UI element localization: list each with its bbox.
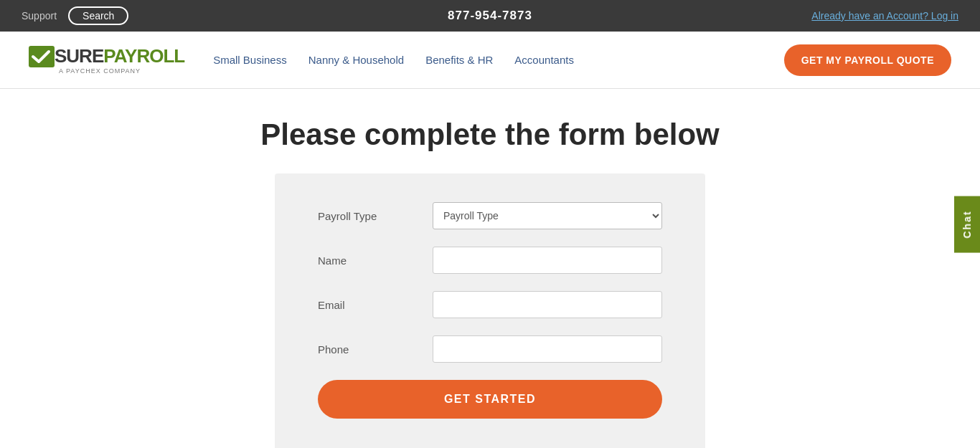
logo-sure-text: SURE	[55, 45, 103, 67]
phone-row: Phone	[318, 335, 662, 363]
nav-nanny-household[interactable]: Nanny & Household	[308, 54, 404, 66]
form-card: Payroll Type Payroll Type Small Business…	[275, 173, 705, 448]
name-input[interactable]	[433, 247, 662, 274]
phone-label: Phone	[318, 343, 433, 356]
nav-small-business[interactable]: Small Business	[213, 54, 287, 66]
main-content: Please complete the form below Payroll T…	[0, 89, 980, 448]
chat-button[interactable]: Chat	[954, 196, 980, 252]
logo: SUREPAYROLL A PAYCHEX COMPANY	[29, 45, 184, 75]
get-quote-button[interactable]: GET MY PAYROLL QUOTE	[784, 44, 951, 76]
name-label: Name	[318, 254, 433, 267]
payroll-type-select[interactable]: Payroll Type Small Business Nanny & Hous…	[433, 202, 662, 229]
logo-subtitle: A PAYCHEX COMPANY	[59, 67, 141, 75]
payroll-type-label: Payroll Type	[318, 210, 433, 222]
email-label: Email	[318, 299, 433, 311]
main-nav: Small Business Nanny & Household Benefit…	[213, 44, 951, 76]
phone-number: 877-954-7873	[448, 9, 532, 23]
email-row: Email	[318, 291, 662, 318]
top-bar: Support Search 877-954-7873 Already have…	[0, 0, 980, 32]
name-row: Name	[318, 247, 662, 274]
email-input[interactable]	[433, 291, 662, 318]
get-started-button[interactable]: GET STARTED	[318, 380, 662, 419]
nav-accountants[interactable]: Accountants	[514, 54, 574, 66]
support-link[interactable]: Support	[22, 10, 57, 22]
logo-payroll-text: PAYROLL	[103, 45, 184, 67]
nav-benefits-hr[interactable]: Benefits & HR	[425, 54, 493, 66]
page-title: Please complete the form below	[260, 118, 720, 152]
phone-input[interactable]	[433, 335, 662, 363]
login-link[interactable]: Already have an Account? Log in	[811, 10, 958, 22]
header: SUREPAYROLL A PAYCHEX COMPANY Small Busi…	[0, 32, 980, 89]
logo-icon	[29, 46, 55, 67]
payroll-type-row: Payroll Type Payroll Type Small Business…	[318, 202, 662, 229]
search-button[interactable]: Search	[68, 6, 128, 25]
